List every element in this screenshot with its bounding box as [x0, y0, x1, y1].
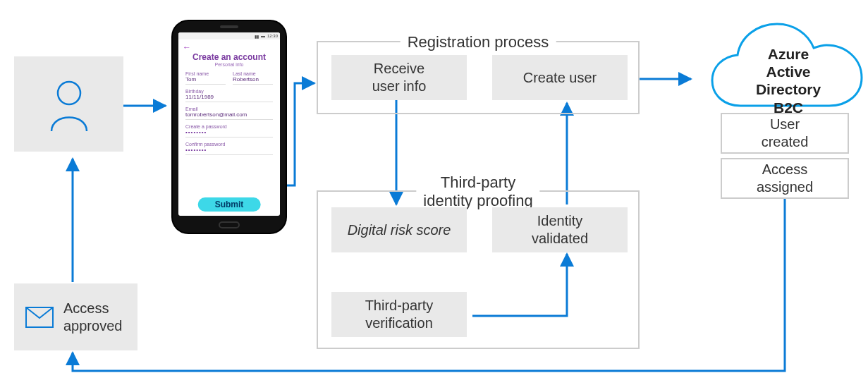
createpw-label: Create a password [185, 124, 273, 129]
user-box [14, 56, 123, 152]
third-party-verification-label: Third-party verification [365, 297, 434, 332]
user-created-box: User created [721, 113, 849, 154]
third-party-verification-box: Third-party verification [331, 292, 467, 337]
access-approved-box: Access approved [14, 283, 137, 350]
identity-validated-box: Identity validated [492, 207, 628, 252]
user-created-label: User created [762, 116, 809, 151]
identity-validated-label: Identity validated [532, 212, 588, 248]
back-icon[interactable]: ← [178, 39, 280, 52]
access-assigned-box: Access assigned [721, 158, 849, 199]
access-approved-label: Access approved [63, 300, 122, 335]
create-user-box: Create user [492, 55, 628, 100]
firstname-value[interactable]: Tom [185, 76, 226, 85]
access-assigned-label: Access assigned [757, 161, 813, 196]
phone-screen: ▮▮ ▬ 12:30 ← Create an account Personal … [178, 32, 280, 216]
lastname-label: Last name [233, 71, 273, 76]
phone-home-button[interactable] [219, 221, 240, 228]
digital-risk-box: Digital risk score [331, 207, 467, 252]
receive-user-info-box: Receive user info [331, 55, 467, 100]
phone-speaker [220, 25, 238, 28]
phone-time: 12:30 [267, 34, 278, 38]
proofing-title: Third-party identity proofing [416, 173, 539, 211]
confirmpw-value[interactable]: •••••••• [185, 147, 273, 155]
registration-title: Registration process [401, 33, 556, 51]
envelope-icon [25, 307, 54, 328]
phone-title: Create an account [178, 52, 280, 62]
signal-icon: ▮▮ [255, 34, 259, 39]
create-user-label: Create user [523, 69, 597, 87]
birthday-label: Birthday [185, 89, 273, 94]
receive-user-info-label: Receive user info [372, 60, 427, 95]
phone-statusbar: ▮▮ ▬ 12:30 [178, 32, 280, 39]
createpw-value[interactable]: •••••••• [185, 129, 273, 138]
phone-mockup: ▮▮ ▬ 12:30 ← Create an account Personal … [173, 21, 286, 233]
phone-subtitle: Personal info [178, 62, 280, 67]
azure-cloud-title: Azure Active Directory B2C [732, 45, 845, 116]
email-label: Email [185, 106, 273, 111]
firstname-label: First name [185, 71, 226, 76]
person-icon [44, 76, 94, 133]
battery-icon: ▬ [261, 34, 265, 38]
submit-button[interactable]: Submit [198, 197, 261, 212]
svg-point-0 [58, 82, 80, 104]
birthday-value[interactable]: 11/11/1989 [185, 94, 273, 102]
confirmpw-label: Confirm password [185, 142, 273, 147]
lastname-value[interactable]: Robertson [233, 76, 273, 85]
email-value[interactable]: tomrobertson@mail.com [185, 111, 273, 120]
digital-risk-label: Digital risk score [348, 221, 451, 239]
